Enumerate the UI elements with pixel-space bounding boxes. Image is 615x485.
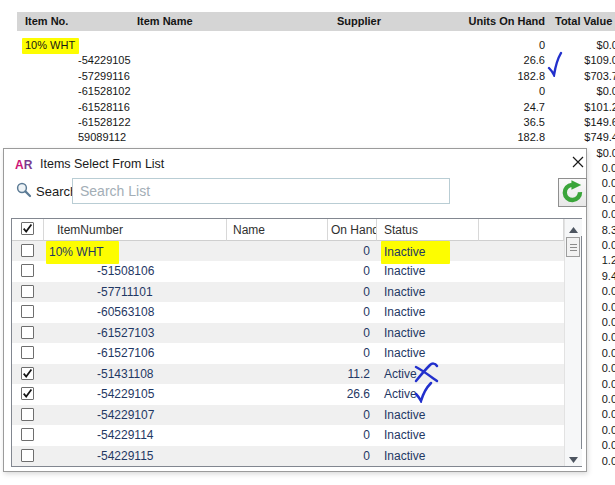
- item-number-cell: -51431108: [44, 364, 227, 384]
- status-cell: Active: [384, 384, 484, 404]
- row-checkbox[interactable]: [21, 408, 34, 421]
- item-number-text: -54229105: [97, 387, 154, 401]
- item-number-cell: -54229115: [44, 446, 227, 466]
- list-header-name[interactable]: Name: [227, 219, 328, 241]
- scrollbar[interactable]: [564, 219, 581, 466]
- bg-item-number: -61528122: [78, 115, 131, 130]
- app-logo: AR: [15, 158, 32, 172]
- logo-letter-r: R: [24, 158, 33, 172]
- bg-clipped-value: 0.0: [588, 176, 615, 191]
- status-cell: Inactive: [384, 282, 484, 302]
- bg-clipped-value: 0.0: [588, 192, 615, 207]
- bg-item-number: 10% WHT: [22, 38, 79, 54]
- close-icon[interactable]: [571, 155, 589, 173]
- status-text: Inactive: [384, 305, 425, 319]
- on-hand-cell: 26.6: [328, 384, 370, 404]
- on-hand-cell: 0: [328, 405, 370, 425]
- item-name-cell: [227, 364, 328, 384]
- list-item[interactable]: -615271060Inactive: [12, 343, 564, 363]
- bg-clipped-value: 0.0: [588, 330, 615, 345]
- list-item[interactable]: -577111010Inactive: [12, 282, 564, 302]
- bg-total-value: $101.2: [584, 100, 615, 115]
- item-number-cell: -57711101: [44, 282, 227, 302]
- row-checkbox[interactable]: [21, 449, 34, 462]
- row-checkbox[interactable]: [21, 285, 34, 298]
- scroll-down-icon[interactable]: [565, 449, 582, 466]
- status-cell: Inactive: [384, 425, 484, 445]
- bg-clipped-value: 8.3: [588, 223, 615, 238]
- bg-item-number: -61528116: [78, 100, 130, 115]
- bg-table-row: -615281020$0.0: [17, 84, 615, 99]
- refresh-icon: [560, 179, 585, 204]
- item-number-cell: -51508106: [44, 261, 227, 281]
- status-text: Inactive: [384, 449, 425, 463]
- on-hand-cell: 0: [328, 446, 370, 466]
- list-header-select-all[interactable]: [12, 219, 44, 241]
- list-item[interactable]: 10% WHT0Inactive: [12, 241, 564, 261]
- items-list: ItemNumber Name On Hand Status 10% WHT0I…: [11, 218, 582, 467]
- row-checkbox[interactable]: [21, 346, 34, 359]
- list-item[interactable]: -615271030Inactive: [12, 323, 564, 343]
- bg-total-value: $0.0: [597, 146, 615, 161]
- item-name-cell: [227, 261, 328, 281]
- on-hand-cell: 0: [328, 261, 370, 281]
- bg-clipped-value: 0.0: [588, 300, 615, 315]
- scroll-up-icon[interactable]: [565, 219, 582, 236]
- list-item[interactable]: -5143110811.2Active: [12, 364, 564, 384]
- row-checkbox[interactable]: [21, 305, 34, 318]
- refresh-button[interactable]: [558, 178, 587, 207]
- list-item[interactable]: -542291140Inactive: [12, 425, 564, 445]
- bg-item-number: -61528102: [78, 84, 131, 99]
- bg-table-row: -6152811624.7$101.2: [17, 100, 615, 115]
- bg-clipped-value: 0.0: [588, 438, 615, 453]
- bg-clipped-value: 0.0: [588, 361, 615, 376]
- list-header-item-number[interactable]: ItemNumber: [44, 219, 227, 241]
- bg-item-number: -57299116: [78, 69, 130, 84]
- list-rows: 10% WHT0Inactive-515081060Inactive-57711…: [12, 241, 564, 466]
- on-hand-cell: 0: [328, 323, 370, 343]
- search-input[interactable]: [72, 178, 450, 204]
- bg-clipped-value: 0.0: [588, 315, 615, 330]
- bg-clipped-value: 0.0: [588, 377, 615, 392]
- status-text: Active: [384, 367, 417, 381]
- list-item[interactable]: -515081060Inactive: [12, 261, 564, 281]
- row-checkbox[interactable]: [21, 264, 34, 277]
- row-checkbox[interactable]: [21, 367, 34, 380]
- on-hand-cell: 0: [328, 241, 370, 261]
- status-cell: Inactive: [384, 261, 484, 281]
- list-header-on-hand[interactable]: On Hand: [328, 219, 377, 241]
- bg-units-on-hand: 0: [539, 84, 545, 99]
- row-checkbox[interactable]: [21, 326, 34, 339]
- bg-clipped-value: 0.0: [588, 346, 615, 361]
- item-number-cell: -54229107: [44, 405, 227, 425]
- bg-clipped-value: 1.2: [588, 253, 615, 268]
- bg-clipped-value: 0.0: [588, 407, 615, 422]
- bg-total-value: $749.4: [584, 130, 615, 145]
- list-item[interactable]: -542291150Inactive: [12, 446, 564, 466]
- bg-units-on-hand: 182.8: [517, 130, 545, 145]
- bg-clipped-value: 0.0: [588, 454, 615, 469]
- item-number-text: -61527106: [97, 346, 154, 360]
- list-item[interactable]: -5422910526.6Active: [12, 384, 564, 404]
- scrollbar-thumb[interactable]: [566, 237, 580, 257]
- scrollbar-grip: [570, 244, 577, 251]
- row-checkbox[interactable]: [21, 387, 34, 400]
- on-hand-cell: 0: [328, 282, 370, 302]
- status-text: Inactive: [384, 408, 425, 422]
- status-cell: Inactive: [384, 446, 484, 466]
- select-all-checkbox[interactable]: [21, 222, 34, 235]
- item-name-cell: [227, 425, 328, 445]
- list-item[interactable]: -542291070Inactive: [12, 405, 564, 425]
- status-cell: Inactive: [384, 241, 484, 261]
- row-checkbox[interactable]: [21, 244, 34, 257]
- item-name-cell: [227, 302, 328, 322]
- bg-clipped-value: 0.0: [588, 238, 615, 253]
- row-checkbox[interactable]: [21, 428, 34, 441]
- list-item[interactable]: -605631080Inactive: [12, 302, 564, 322]
- bg-units-on-hand: 182.8: [517, 69, 545, 84]
- bg-clipped-value: 0.0: [588, 207, 615, 222]
- bg-units-on-hand: 26.6: [524, 53, 545, 68]
- list-header-status[interactable]: Status: [377, 219, 479, 241]
- bg-table-row: -5422910526.6$109.0: [17, 53, 615, 68]
- bg-units-on-hand: 24.7: [524, 100, 545, 115]
